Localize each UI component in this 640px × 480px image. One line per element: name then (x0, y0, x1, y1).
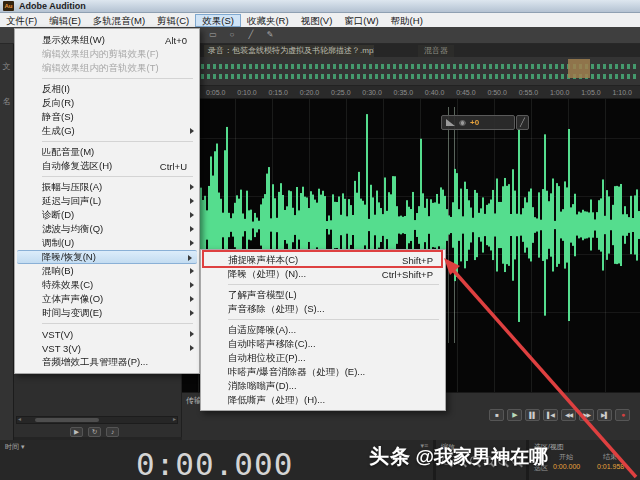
menu-item-time-pitch[interactable]: 时间与变调(E) (15, 306, 199, 320)
ruler-tick: 0:30.0 (362, 89, 381, 96)
menu-item-invert[interactable]: 反相(I) (15, 82, 199, 96)
ruler-tick: 0:45.0 (456, 89, 475, 96)
paintbrush-selection-tool-icon[interactable]: ╱ (244, 29, 258, 41)
edit-hud-button[interactable]: ╱ (516, 115, 529, 130)
menu-item-auto-heal-selection[interactable]: 自动修复选区(H) Ctrl+U (15, 159, 199, 173)
time-panel-label: 时间 (5, 443, 19, 450)
file-tab-label: 录音：包装盒线模特为虚拟及书轮廓描述？.mp3 (208, 45, 374, 56)
menu-item-stereo-imagery[interactable]: 立体声声像(O) (15, 292, 199, 306)
submenu-item-noise-reduction-process[interactable]: 降噪（处理）(N)... Ctrl+Shift+P (201, 267, 445, 281)
submenu-item-sound-remover[interactable]: 声音移除（处理）(S)... (201, 302, 445, 316)
menu-item-label: 显示效果组(W) (42, 34, 105, 47)
menu-item-silence[interactable]: 静音(S) (15, 110, 199, 124)
gain-knob-icon[interactable]: ◉ (459, 119, 466, 127)
rewind-button[interactable]: ◀◀ (561, 409, 576, 421)
files-panel-edge-label: 文 (0, 61, 13, 72)
ruler-tick: 1:00.0 (550, 89, 569, 96)
selection-start-value[interactable]: 0:00.000 (553, 463, 580, 470)
ruler-tick: 0:15.0 (269, 89, 288, 96)
menu-item-vst[interactable]: VST(V) (15, 327, 199, 341)
effects-menu: 显示效果组(W) Alt+0 编辑效果组内的剪辑效果(F) 编辑效果组内的音轨效… (14, 28, 200, 374)
menu-separator (228, 284, 439, 285)
menu-item-shortcut: Ctrl+Shift+P (370, 269, 433, 280)
menu-effects[interactable]: 效果(S) (195, 14, 241, 27)
menu-item-label: 延迟与回声(L) (42, 195, 101, 208)
title-bar[interactable]: Au Adobe Audition (0, 0, 640, 13)
stop-button[interactable]: ■ (489, 409, 504, 421)
timeline-ruler[interactable]: 0:05.0 0:10.0 0:15.0 0:20.0 0:25.0 0:30.… (180, 86, 640, 99)
menu-item-audio-plugin-manager[interactable]: 音频增效工具管理器(P)... (15, 355, 199, 369)
skip-to-start-button[interactable]: ▌◀ (543, 409, 558, 421)
gain-value[interactable]: +0 (470, 118, 479, 127)
menu-item-label: 自动咔嗒声移除(C)... (228, 338, 316, 351)
menu-item-amplitude-compression[interactable]: 振幅与压限(A) (15, 180, 199, 194)
ruler-tick: 0:25.0 (331, 89, 350, 96)
menu-window[interactable]: 窗口(W) (338, 14, 384, 27)
ruler-tick: 0:05.0 (206, 89, 225, 96)
ruler-tick: 0:55.0 (519, 89, 538, 96)
time-selection-tool-icon[interactable]: ▭ (206, 29, 220, 41)
spot-healing-brush-tool-icon[interactable]: ✎ (263, 29, 277, 41)
menu-item-modulation[interactable]: 调制(U) (15, 236, 199, 250)
overview-strip[interactable] (180, 57, 640, 86)
menu-item-label: 调制(U) (42, 237, 74, 250)
adobe-audition-window: 录音：包装盒线模特为虚拟及书轮廓描述？.mp3 ▾ × 混音器 0:05.0 0… (0, 0, 640, 480)
skip-to-end-button[interactable]: ▶▌ (597, 409, 612, 421)
file-tab[interactable]: 录音：包装盒线模特为虚拟及书轮廓描述？.mp3 ▾ × (204, 45, 374, 57)
chevron-down-icon: ▾ (21, 443, 25, 450)
menu-item-generate[interactable]: 生成(G) (15, 124, 199, 138)
scroll-right-icon[interactable]: ▸ (173, 416, 176, 423)
play-button[interactable]: ▶ (507, 409, 522, 421)
menu-item-show-effects-rack[interactable]: 显示效果组(W) Alt+0 (15, 33, 199, 47)
submenu-item-adaptive-noise-reduction[interactable]: 自适应降噪(A)... (201, 323, 445, 337)
lasso-selection-tool-icon[interactable]: ○ (225, 29, 239, 41)
time-panel-tab[interactable]: 时间 ▾ (5, 442, 24, 452)
menu-multitrack[interactable]: 多轨混音(M) (87, 14, 151, 27)
menu-separator (42, 78, 193, 79)
menu-item-label: 振幅与压限(A) (42, 181, 102, 194)
menu-favorites[interactable]: 收藏夹(R) (241, 14, 295, 27)
menu-item-match-volume[interactable]: 匹配音量(M) (15, 145, 199, 159)
menu-edit[interactable]: 编辑(E) (43, 14, 87, 27)
mixer-tab[interactable]: 混音器 (418, 45, 454, 57)
menu-item-label: 降低嘶声（处理）(H)... (228, 394, 325, 407)
volume-wedge-icon (446, 119, 455, 126)
submenu-item-hiss-reduction[interactable]: 降低嘶声（处理）(H)... (201, 393, 445, 407)
menu-view[interactable]: 视图(V) (295, 14, 339, 27)
menu-item-special[interactable]: 特殊效果(C) (15, 278, 199, 292)
scrollbar-thumb[interactable] (35, 418, 99, 422)
files-horizontal-scrollbar[interactable]: ◂ ▸ (16, 416, 178, 424)
menu-item-filter-eq[interactable]: 滤波与均衡(Q) (15, 222, 199, 236)
menu-item-label: 音频增效工具管理器(P)... (42, 356, 148, 369)
overview-selection-marker[interactable] (568, 59, 590, 78)
submenu-item-dehummer[interactable]: 消除嗡嗡声(D)... (201, 379, 445, 393)
menu-separator (228, 319, 439, 320)
fast-forward-button[interactable]: ▶▶ (579, 409, 594, 421)
menu-clip[interactable]: 剪辑(C) (151, 14, 195, 27)
files-loop-button[interactable]: ↻ (88, 427, 101, 437)
menu-item-reverb[interactable]: 混响(B) (15, 264, 199, 278)
submenu-item-auto-click-remover[interactable]: 自动咔嗒声移除(C)... (201, 337, 445, 351)
menu-item-noise-reduction-restoration[interactable]: 降噪/恢复(N) (17, 250, 197, 264)
submenu-item-learn-sound-model[interactable]: 了解声音模型(L) (201, 288, 445, 302)
files-play-button[interactable]: ▶ (70, 427, 83, 437)
scroll-left-icon[interactable]: ◂ (18, 416, 21, 423)
volume-hud[interactable]: ◉ +0 (441, 115, 515, 130)
end-column-header: 结束 (603, 452, 617, 462)
menu-item-reverse[interactable]: 反向(R) (15, 96, 199, 110)
menu-item-diagnostics[interactable]: 诊断(D) (15, 208, 199, 222)
start-column-header: 开始 (559, 452, 573, 462)
menu-item-delay-echo[interactable]: 延迟与回声(L) (15, 194, 199, 208)
selection-end-value[interactable]: 0:01.958 (597, 463, 624, 470)
menu-item-label: VST(V) (42, 329, 73, 340)
submenu-item-auto-phase-correction[interactable]: 自动相位校正(P)... (201, 351, 445, 365)
menu-item-label: 自动修复选区(H) (42, 160, 112, 173)
record-button[interactable]: ● (615, 409, 630, 421)
menu-file[interactable]: 文件(F) (0, 14, 43, 27)
menu-item-vst3[interactable]: VST 3(V) (15, 341, 199, 355)
ruler-tick: 0:10.0 (237, 89, 256, 96)
files-autoplay-button[interactable]: ♪ (106, 427, 119, 437)
submenu-item-click-pop-eliminator[interactable]: 咔嗒声/爆音消除器（处理）(E)... (201, 365, 445, 379)
menu-help[interactable]: 帮助(H) (385, 14, 429, 27)
pause-button[interactable]: ▌▌ (525, 409, 540, 421)
